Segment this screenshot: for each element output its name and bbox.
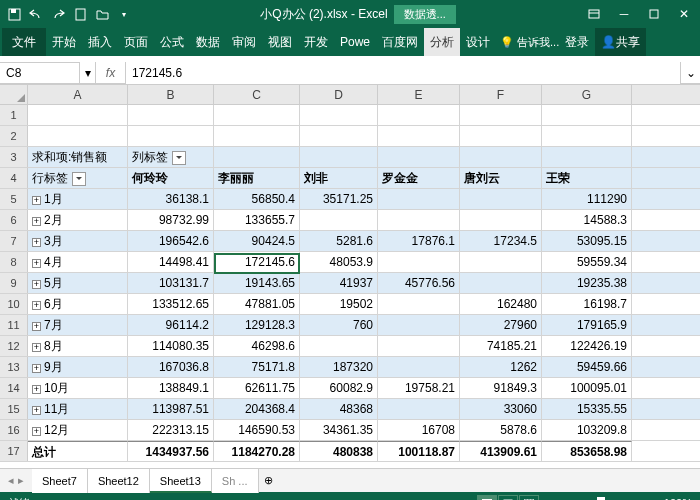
maximize-icon[interactable] — [642, 3, 666, 25]
ribbon-tab[interactable]: 公式 — [154, 28, 190, 56]
cell[interactable]: 53095.15 — [542, 231, 632, 251]
row-header[interactable]: 11 — [0, 315, 28, 335]
cell[interactable]: 何玲玲 — [128, 168, 214, 188]
login-button[interactable]: 登录 — [559, 28, 595, 56]
cell[interactable]: 19143.65 — [214, 273, 300, 293]
cell[interactable]: 48368 — [300, 399, 378, 419]
cell[interactable]: 413909.61 — [460, 441, 542, 461]
ribbon-tab[interactable]: 数据 — [190, 28, 226, 56]
cell[interactable]: 1262 — [460, 357, 542, 377]
formula-input[interactable] — [126, 62, 680, 84]
cell[interactable]: 103209.8 — [542, 420, 632, 440]
cell[interactable]: 罗金金 — [378, 168, 460, 188]
cell[interactable]: 96114.2 — [128, 315, 214, 335]
cell[interactable]: +8月 — [28, 336, 128, 356]
cell[interactable]: 122426.19 — [542, 336, 632, 356]
cell[interactable] — [542, 147, 632, 167]
cell[interactable]: 5878.6 — [460, 420, 542, 440]
cell[interactable] — [300, 147, 378, 167]
cell[interactable]: 15335.55 — [542, 399, 632, 419]
cell[interactable]: 47881.05 — [214, 294, 300, 314]
column-header[interactable]: D — [300, 85, 378, 104]
cell[interactable]: 114080.35 — [128, 336, 214, 356]
cell[interactable]: +2月 — [28, 210, 128, 230]
cell[interactable]: 李丽丽 — [214, 168, 300, 188]
ribbon-tab[interactable]: 插入 — [82, 28, 118, 56]
cell[interactable] — [300, 210, 378, 230]
sheet-tab[interactable]: Sheet7 — [32, 469, 88, 493]
cell[interactable] — [542, 126, 632, 146]
filter-dropdown-icon[interactable] — [172, 151, 186, 165]
row-header[interactable]: 3 — [0, 147, 28, 167]
row-header[interactable]: 1 — [0, 105, 28, 125]
cell[interactable]: 111290 — [542, 189, 632, 209]
cell[interactable]: 59559.34 — [542, 252, 632, 272]
cell[interactable]: 46298.6 — [214, 336, 300, 356]
row-header[interactable]: 10 — [0, 294, 28, 314]
namebox-dropdown-icon[interactable]: ▾ — [80, 62, 96, 84]
cell[interactable]: +12月 — [28, 420, 128, 440]
tell-me[interactable]: 💡告诉我... — [500, 35, 559, 50]
cell[interactable]: 刘非 — [300, 168, 378, 188]
ribbon-tab[interactable]: 页面 — [118, 28, 154, 56]
fx-icon[interactable]: fx — [96, 62, 126, 84]
row-header[interactable]: 17 — [0, 441, 28, 461]
column-header[interactable]: B — [128, 85, 214, 104]
cell[interactable]: +5月 — [28, 273, 128, 293]
sheet-nav-prev-icon[interactable]: ◂ — [8, 474, 14, 487]
cell[interactable] — [378, 252, 460, 272]
cell[interactable]: 1184270.28 — [214, 441, 300, 461]
ribbon-tab[interactable]: 分析 — [424, 28, 460, 56]
cell[interactable]: 75171.8 — [214, 357, 300, 377]
cell[interactable] — [378, 147, 460, 167]
cell[interactable]: 113987.51 — [128, 399, 214, 419]
redo-icon[interactable] — [48, 4, 68, 24]
cell[interactable] — [214, 147, 300, 167]
cell[interactable]: 5281.6 — [300, 231, 378, 251]
column-header[interactable]: G — [542, 85, 632, 104]
expand-icon[interactable]: + — [32, 385, 41, 394]
cell[interactable] — [378, 336, 460, 356]
cell[interactable] — [460, 252, 542, 272]
cell[interactable]: 17876.1 — [378, 231, 460, 251]
cell[interactable]: 100118.87 — [378, 441, 460, 461]
cell[interactable] — [378, 189, 460, 209]
cell[interactable] — [28, 105, 128, 125]
expand-icon[interactable]: + — [32, 196, 41, 205]
row-header[interactable]: 7 — [0, 231, 28, 251]
cell[interactable]: +3月 — [28, 231, 128, 251]
spreadsheet-grid[interactable]: ABCDEFG 123求和项:销售额列标签4行标签何玲玲李丽丽刘非罗金金唐刘云王… — [0, 84, 700, 468]
cell[interactable]: 196542.6 — [128, 231, 214, 251]
select-all-corner[interactable] — [0, 85, 28, 104]
cell[interactable]: 187320 — [300, 357, 378, 377]
ribbon-tab[interactable]: 百度网 — [376, 28, 424, 56]
cell[interactable] — [128, 126, 214, 146]
cell[interactable]: 167036.8 — [128, 357, 214, 377]
ribbon-tab[interactable]: 审阅 — [226, 28, 262, 56]
cell[interactable]: 41937 — [300, 273, 378, 293]
cell[interactable]: 总计 — [28, 441, 128, 461]
cell[interactable]: 62611.75 — [214, 378, 300, 398]
row-header[interactable]: 5 — [0, 189, 28, 209]
cell[interactable]: 222313.15 — [128, 420, 214, 440]
cell[interactable]: +6月 — [28, 294, 128, 314]
column-header[interactable]: A — [28, 85, 128, 104]
cell[interactable]: 129128.3 — [214, 315, 300, 335]
expand-icon[interactable]: + — [32, 280, 41, 289]
row-header[interactable]: 13 — [0, 357, 28, 377]
share-button[interactable]: 👤共享 — [595, 28, 646, 56]
cell[interactable]: 45776.56 — [378, 273, 460, 293]
row-header[interactable]: 12 — [0, 336, 28, 356]
cell[interactable]: 列标签 — [128, 147, 214, 167]
row-header[interactable]: 6 — [0, 210, 28, 230]
expand-icon[interactable]: + — [32, 301, 41, 310]
cell[interactable]: 35171.25 — [300, 189, 378, 209]
cell[interactable] — [128, 105, 214, 125]
expand-formula-icon[interactable]: ⌄ — [680, 62, 700, 84]
sheet-tab[interactable]: Sheet13 — [150, 469, 212, 493]
expand-icon[interactable]: + — [32, 238, 41, 247]
qat-dropdown-icon[interactable]: ▾ — [114, 4, 134, 24]
cell[interactable]: 133655.7 — [214, 210, 300, 230]
row-header[interactable]: 8 — [0, 252, 28, 272]
cell[interactable]: 唐刘云 — [460, 168, 542, 188]
